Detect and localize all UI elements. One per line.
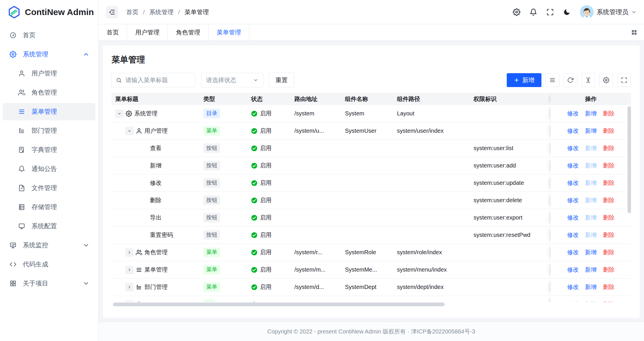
tab-menus[interactable]: 菜单管理 [209, 24, 249, 40]
sidebar-item-notice[interactable]: 通知公告 [3, 160, 95, 178]
sidebar-item-dict[interactable]: 字典管理 [3, 141, 95, 158]
search-input[interactable] [125, 76, 191, 84]
fullscreen-icon[interactable] [546, 8, 554, 16]
user-menu[interactable]: 系统管理员 [580, 5, 636, 19]
table-row: 部门管理 菜单 启用 /system/d... SystemDept syste… [112, 279, 631, 296]
sidebar-collapse-button[interactable] [106, 6, 118, 18]
modify-link[interactable]: 修改 [567, 266, 579, 274]
add-button[interactable]: 新增 [507, 73, 541, 87]
col-header-component-path: 组件路径 [393, 95, 470, 103]
table-row: 导出 按钮 启用 system:user:export 修改新增删除 [112, 209, 631, 226]
add-link-disabled[interactable]: 新增 [585, 179, 597, 187]
expand-row-button[interactable] [125, 301, 133, 302]
modify-link[interactable]: 修改 [567, 231, 579, 239]
delete-link[interactable]: 删除 [603, 179, 615, 187]
col-header-permission: 权限标识 [470, 95, 551, 103]
collapse-row-button[interactable] [125, 127, 133, 135]
add-link-disabled[interactable]: 新增 [585, 231, 597, 239]
tab-home[interactable]: 首页 [99, 24, 127, 40]
collapse-row-button[interactable] [115, 110, 123, 118]
modify-link[interactable]: 修改 [567, 110, 579, 117]
menu-table: 菜单标题 类型 状态 路由地址 组件名称 组件路径 权限标识 操作 [112, 93, 631, 306]
tab-users[interactable]: 用户管理 [127, 24, 168, 40]
modify-link[interactable]: 修改 [567, 196, 579, 204]
delete-link[interactable]: 删除 [603, 196, 615, 204]
add-link[interactable]: 新增 [585, 127, 597, 135]
modify-link[interactable]: 修改 [567, 179, 579, 187]
add-link[interactable]: 新增 [585, 266, 597, 274]
avatar[interactable] [580, 5, 594, 19]
modify-link[interactable]: 修改 [567, 162, 579, 169]
add-link[interactable]: 新增 [585, 110, 597, 117]
status-select[interactable]: 请选择状态 [201, 73, 263, 87]
sidebar-item-menus[interactable]: 菜单管理 [3, 103, 95, 120]
expand-row-button[interactable] [125, 248, 133, 257]
sidebar-item-config[interactable]: 系统配置 [3, 217, 95, 235]
app-root: ContiNew Admin 首页 系统管理 用户管理 角色管理 [0, 0, 644, 341]
sidebar: ContiNew Admin 首页 系统管理 用户管理 角色管理 [0, 0, 99, 341]
sidebar-item-storage[interactable]: 存储管理 [3, 198, 95, 216]
add-link-disabled[interactable]: 新增 [585, 144, 597, 152]
add-link-disabled[interactable]: 新增 [585, 162, 597, 169]
col-header-actions: 操作 [551, 93, 631, 105]
table-row: 角色管理 菜单 启用 /system/r... SystemRole syste… [112, 244, 631, 261]
sidebar-item-system[interactable]: 系统管理 [3, 46, 95, 63]
sidebar-item-home[interactable]: 首页 [3, 27, 95, 44]
sidebar-item-roles[interactable]: 角色管理 [3, 84, 95, 101]
reset-button[interactable]: 重置 [269, 73, 294, 88]
settings-icon[interactable] [513, 8, 520, 16]
dashboard-icon [10, 32, 16, 39]
breadcrumb-system[interactable]: 系统管理 [149, 8, 174, 16]
delete-link[interactable]: 删除 [603, 110, 615, 117]
dark-mode-moon-icon[interactable] [563, 8, 571, 16]
notification-bell-icon[interactable] [530, 8, 537, 16]
add-link-disabled[interactable]: 新增 [585, 214, 597, 222]
status-enabled-icon [251, 284, 257, 290]
add-link-disabled[interactable]: 新增 [585, 196, 597, 204]
modify-link[interactable]: 修改 [567, 283, 579, 291]
breadcrumb-home[interactable]: 首页 [126, 8, 138, 16]
delete-link[interactable]: 删除 [603, 266, 615, 274]
delete-link[interactable]: 删除 [603, 301, 615, 302]
modify-link[interactable]: 修改 [567, 127, 579, 135]
type-tag: 按钮 [203, 213, 220, 222]
modify-link[interactable]: 修改 [567, 144, 579, 152]
chevron-down-icon [83, 280, 90, 287]
tab-roles[interactable]: 角色管理 [168, 24, 209, 40]
sidebar-item-depts[interactable]: 部门管理 [3, 122, 95, 139]
modify-link[interactable]: 修改 [567, 248, 579, 256]
modify-link[interactable]: 修改 [567, 214, 579, 222]
sidebar-item-files[interactable]: 文件管理 [3, 179, 95, 197]
toggle-search-button[interactable] [545, 73, 559, 87]
modify-link[interactable]: 修改 [567, 301, 579, 302]
sidebar-item-monitor[interactable]: 系统监控 [3, 237, 95, 254]
chevron-right-icon [127, 250, 131, 255]
table-fullscreen-button[interactable] [617, 73, 631, 87]
delete-link[interactable]: 删除 [603, 162, 615, 169]
column-settings-button[interactable] [599, 73, 613, 87]
delete-link[interactable]: 删除 [603, 248, 615, 256]
vertical-scrollbar[interactable] [628, 106, 631, 213]
delete-link[interactable]: 删除 [603, 127, 615, 135]
expand-row-button[interactable] [125, 266, 133, 274]
tab-list-button[interactable] [631, 24, 644, 40]
row-height-button[interactable] [581, 73, 595, 87]
line-height-icon [585, 77, 591, 83]
sidebar-item-users[interactable]: 用户管理 [3, 65, 95, 82]
add-link[interactable]: 新增 [585, 283, 597, 291]
menu-icon [18, 108, 25, 115]
sidebar-item-codegen[interactable]: 代码生成 [3, 256, 95, 273]
delete-link[interactable]: 删除 [603, 214, 615, 222]
add-link[interactable]: 新增 [585, 301, 597, 302]
refresh-button[interactable] [563, 73, 577, 87]
horizontal-scrollbar[interactable] [113, 303, 445, 306]
table-header: 菜单标题 类型 状态 路由地址 组件名称 组件路径 权限标识 操作 [112, 93, 631, 105]
delete-link[interactable]: 删除 [603, 283, 615, 291]
add-link[interactable]: 新增 [585, 248, 597, 256]
delete-link[interactable]: 删除 [603, 231, 615, 239]
table-row: 重置密码 按钮 启用 system:user:resetPwd 修改新增删除 [112, 226, 631, 244]
expand-row-button[interactable] [125, 283, 133, 291]
grid-icon [10, 280, 16, 287]
delete-link[interactable]: 删除 [603, 144, 615, 152]
sidebar-item-about[interactable]: 关于项目 [3, 275, 95, 292]
